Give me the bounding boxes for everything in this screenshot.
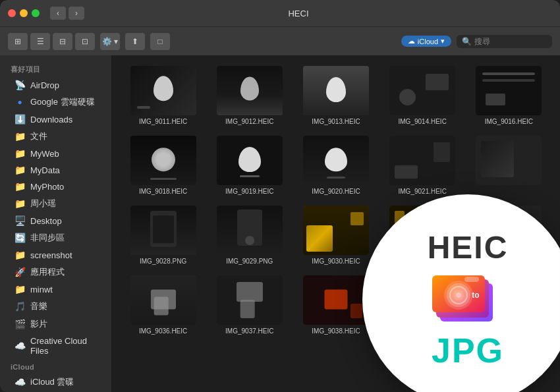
- file-item[interactable]: IMG_9011.HEIC: [123, 66, 204, 125]
- sidebar-item-mydata[interactable]: 📁 MyData: [4, 162, 107, 178]
- file-item[interactable]: IMG_9040.HEIC: [468, 275, 549, 335]
- mydata-icon: 📁: [14, 165, 25, 175]
- search-input[interactable]: [474, 37, 547, 46]
- file-name: IMG_9014.HEIC: [399, 118, 447, 125]
- file-item[interactable]: IMG_9037.HEIC: [209, 275, 290, 335]
- file-name: IMG_9...: [496, 258, 521, 265]
- sidebar-item-label: AirDrop: [30, 80, 59, 90]
- nav-arrows: ‹ ›: [50, 7, 84, 20]
- sidebar-item-icloud-drive[interactable]: ☁️ iCloud 雲碟: [4, 374, 107, 391]
- file-thumbnail: [217, 275, 283, 325]
- file-thumbnail: [130, 136, 196, 185]
- file-thumbnail: [130, 206, 196, 255]
- sidebar-item-label: MyWeb: [30, 149, 59, 159]
- sidebar-item-label: 影片: [30, 318, 47, 330]
- icon-view-btn[interactable]: ⊞: [8, 33, 28, 50]
- file-name: IMG_9020.HEIC: [312, 188, 360, 195]
- file-thumbnail: [389, 275, 455, 325]
- movies-icon: 🎬: [14, 319, 25, 329]
- sidebar-item-label: 音樂: [30, 300, 47, 312]
- file-item[interactable]: IMG_9039.HEIC: [382, 275, 463, 335]
- screenshot-icon: 📁: [14, 250, 25, 260]
- sidebar: 喜好項目 📡 AirDrop ● Google 雲端硬碟 ⬇️ Download…: [0, 55, 112, 392]
- file-name: IMG_9012.HEIC: [225, 118, 273, 125]
- sidebar-item-creative-cloud[interactable]: ☁️ Creative Cloud Files: [4, 333, 107, 358]
- file-item[interactable]: IMG_9031.HEIC: [382, 206, 463, 265]
- sidebar-item-label: Google 雲端硬碟: [30, 96, 95, 108]
- file-item[interactable]: IMG_9038.HEIC: [295, 275, 376, 335]
- forward-button[interactable]: ›: [69, 7, 84, 20]
- file-thumbnail: [303, 136, 369, 185]
- action-btn[interactable]: □: [150, 33, 170, 50]
- file-item[interactable]: IMG_9029.PNG: [209, 206, 290, 265]
- file-thumbnail: [476, 206, 542, 255]
- search-icon: 🔍: [462, 37, 472, 46]
- back-button[interactable]: ‹: [50, 7, 66, 20]
- gallery-view-btn[interactable]: ⊡: [75, 33, 95, 50]
- file-item[interactable]: [468, 136, 549, 195]
- sidebar-item-screenshot[interactable]: 📁 screenshot: [4, 247, 107, 263]
- file-item[interactable]: IMG_9012.HEIC: [209, 66, 290, 125]
- column-view-btn[interactable]: ⊟: [53, 33, 72, 50]
- sidebar-item-apps[interactable]: 🚀 應用程式: [4, 264, 107, 281]
- file-item[interactable]: IMG_9...: [468, 206, 549, 265]
- sidebar-item-airdrop[interactable]: 📡 AirDrop: [4, 77, 107, 93]
- sidebar-item-downloads[interactable]: ⬇️ Downloads: [4, 111, 107, 127]
- icloud-button[interactable]: ☁ iCloud ▾: [401, 36, 451, 47]
- file-thumbnail: [130, 66, 196, 115]
- file-item[interactable]: IMG_9018.HEIC: [123, 136, 204, 195]
- sidebar-item-movies[interactable]: 🎬 影片: [4, 316, 107, 333]
- file-item[interactable]: IMG_9020.HEIC: [295, 136, 376, 195]
- titlebar: ‹ › HECI: [0, 0, 560, 26]
- view-buttons: ⊞ ☰ ⊟ ⊡: [8, 33, 95, 50]
- sidebar-item-zhouziyao[interactable]: 📁 周小瑶: [4, 195, 107, 212]
- file-thumbnail: [217, 206, 283, 255]
- file-name: IMG_9028.PNG: [140, 258, 186, 265]
- file-thumbnail: [389, 206, 455, 255]
- file-item[interactable]: IMG_9036.HEIC: [123, 275, 204, 335]
- file-name: IMG_9038.HEIC: [312, 327, 360, 335]
- maximize-button[interactable]: [32, 9, 40, 17]
- sidebar-item-myweb[interactable]: 📁 MyWeb: [4, 146, 107, 161]
- sidebar-item-label: Desktop: [30, 216, 62, 226]
- sidebar-item-label: minwt: [30, 285, 53, 294]
- jpg-label: JPG: [432, 333, 504, 368]
- sidebar-item-google-drive[interactable]: ● Google 雲端硬碟: [4, 94, 107, 111]
- file-name: IMG_9030.HEIC: [312, 258, 360, 265]
- sidebar-item-documents[interactable]: 📁 文件: [4, 128, 107, 145]
- share-btn[interactable]: ⬆: [125, 33, 145, 50]
- arrange-btn[interactable]: ⚙️ ▾: [100, 33, 120, 50]
- sidebar-item-desktop[interactable]: 🖥️ Desktop: [4, 213, 107, 229]
- minwt-icon: 📁: [14, 284, 25, 294]
- list-view-btn[interactable]: ☰: [30, 33, 50, 50]
- favorites-section-title: 喜好項目: [0, 61, 111, 76]
- airdrop-icon: 📡: [14, 80, 25, 90]
- file-item[interactable]: IMG_9014.HEIC: [382, 66, 463, 125]
- file-thumbnail: [476, 66, 542, 115]
- icloud-drive-icon: ☁️: [14, 377, 25, 387]
- sidebar-item-label: 非同步區: [30, 232, 65, 244]
- file-item[interactable]: IMG_9030.HEIC: [295, 206, 376, 265]
- window-title: HECI: [90, 9, 507, 18]
- sidebar-item-myphoto[interactable]: 📁 MyPhoto: [4, 179, 107, 194]
- icloud-icon: ☁: [408, 37, 415, 45]
- minimize-button[interactable]: [20, 9, 28, 17]
- search-bar[interactable]: 🔍: [457, 35, 552, 48]
- file-item[interactable]: IMG_9016.HEIC: [468, 66, 549, 125]
- file-thumbnail: [303, 275, 369, 325]
- apps-icon: 🚀: [14, 267, 25, 277]
- file-item[interactable]: IMG_9019.HEIC: [209, 136, 290, 195]
- file-item[interactable]: IMG_9013.HEIC: [295, 66, 376, 125]
- sync-icon: 🔄: [14, 233, 25, 243]
- file-thumbnail: [389, 136, 455, 185]
- sidebar-item-label: Creative Cloud Files: [30, 336, 97, 356]
- file-thumbnail: [389, 66, 455, 115]
- sidebar-item-music[interactable]: 🎵 音樂: [4, 298, 107, 315]
- sidebar-item-label: 文件: [30, 130, 47, 142]
- file-item[interactable]: IMG_9021.HEIC: [382, 136, 463, 195]
- file-name: IMG_9018.HEIC: [139, 188, 187, 195]
- sidebar-item-minwt[interactable]: 📁 minwt: [4, 281, 107, 297]
- close-button[interactable]: [8, 9, 16, 17]
- sidebar-item-sync[interactable]: 🔄 非同步區: [4, 229, 107, 246]
- file-item[interactable]: IMG_9028.PNG: [123, 206, 204, 265]
